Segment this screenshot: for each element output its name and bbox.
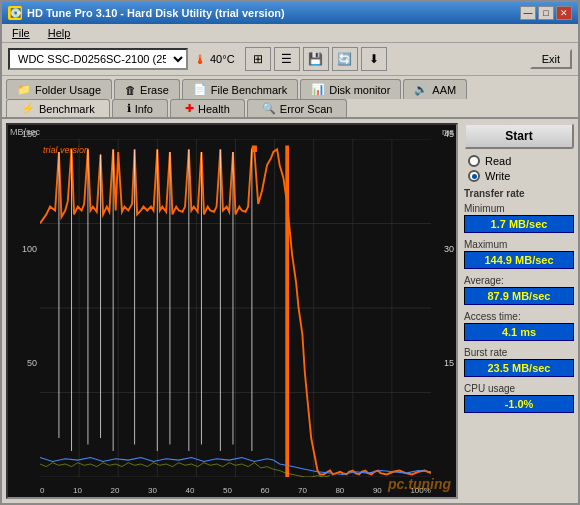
x-label-10: 10 — [73, 486, 82, 495]
main-window: 💽 HD Tune Pro 3.10 - Hard Disk Utility (… — [0, 0, 580, 505]
tab-disk-monitor-label: Disk monitor — [329, 84, 390, 96]
tab-disk-monitor[interactable]: 📊 Disk monitor — [300, 79, 401, 99]
disk-selector[interactable]: WDC SSC-D0256SC-2100 (256 GB) — [8, 48, 188, 70]
watermark: pc.tuning — [388, 476, 451, 492]
content-area: MB/sec ms trial version 150 100 50 45 30… — [2, 119, 578, 503]
transfer-mode-group: Read Write — [464, 155, 574, 182]
folder-icon: 📁 — [17, 83, 31, 96]
benchmark-icon: ⚡ — [21, 102, 35, 115]
toolbar-btn-2[interactable]: ☰ — [274, 47, 300, 71]
chart-ms-labels: 45 30 15 — [444, 125, 454, 477]
stats-section: Transfer rate Minimum 1.7 MB/sec Maximum… — [464, 188, 574, 415]
access-time-group: Access time: 4.1 ms — [464, 311, 574, 341]
burst-rate-value: 23.5 MB/sec — [464, 359, 574, 377]
tab-error-scan[interactable]: 🔍 Error Scan — [247, 99, 348, 117]
menu-file[interactable]: File — [8, 26, 34, 40]
y-label-150: 150 — [8, 129, 40, 139]
access-time-label: Access time: — [464, 311, 574, 322]
chart-area: MB/sec ms trial version 150 100 50 45 30… — [6, 123, 458, 499]
ms-label-30: 30 — [444, 244, 454, 254]
temperature-display: 🌡 40°C — [194, 52, 235, 67]
close-button[interactable]: ✕ — [556, 6, 572, 20]
title-controls: — □ ✕ — [520, 6, 572, 20]
chart-y-labels: 150 100 50 — [8, 125, 40, 477]
tab-info[interactable]: ℹ Info — [112, 99, 168, 117]
toolbar: WDC SSC-D0256SC-2100 (256 GB) 🌡 40°C ⊞ ☰… — [2, 43, 578, 76]
ms-label-45: 45 — [444, 129, 454, 139]
chart-svg — [40, 139, 431, 477]
maximum-group: Maximum 144.9 MB/sec — [464, 239, 574, 269]
error-scan-icon: 🔍 — [262, 102, 276, 115]
toolbar-btn-4[interactable]: 🔄 — [332, 47, 358, 71]
tab-erase-label: Erase — [140, 84, 169, 96]
tab-aam-label: AAM — [432, 84, 456, 96]
tab-health-label: Health — [198, 103, 230, 115]
x-label-0: 0 — [40, 486, 44, 495]
tab-benchmark[interactable]: ⚡ Benchmark — [6, 99, 110, 117]
chart-x-labels: 0 10 20 30 40 50 60 70 80 90 100% — [40, 486, 431, 495]
average-value: 87.9 MB/sec — [464, 287, 574, 305]
average-label: Average: — [464, 275, 574, 286]
tab-error-scan-label: Error Scan — [280, 103, 333, 115]
write-radio-circle — [468, 170, 480, 182]
tab-benchmark-label: Benchmark — [39, 103, 95, 115]
tab-health[interactable]: ✚ Health — [170, 99, 245, 117]
chart-canvas — [40, 139, 431, 477]
aam-icon: 🔊 — [414, 83, 428, 96]
info-icon: ℹ — [127, 102, 131, 115]
tab-aam[interactable]: 🔊 AAM — [403, 79, 467, 99]
tab-file-benchmark-label: File Benchmark — [211, 84, 287, 96]
ms-label-15: 15 — [444, 358, 454, 368]
tab-info-label: Info — [135, 103, 153, 115]
x-label-20: 20 — [111, 486, 120, 495]
tab-folder-usage-label: Folder Usage — [35, 84, 101, 96]
minimize-button[interactable]: — — [520, 6, 536, 20]
x-label-50: 50 — [223, 486, 232, 495]
cpu-usage-label: CPU usage — [464, 383, 574, 394]
toolbar-btn-1[interactable]: ⊞ — [245, 47, 271, 71]
average-group: Average: 87.9 MB/sec — [464, 275, 574, 305]
top-tabs: 📁 Folder Usage 🗑 Erase 📄 File Benchmark … — [2, 76, 578, 99]
x-label-90: 90 — [373, 486, 382, 495]
second-tabs: ⚡ Benchmark ℹ Info ✚ Health 🔍 Error Scan — [2, 99, 578, 119]
x-label-60: 60 — [260, 486, 269, 495]
exit-button[interactable]: Exit — [530, 49, 572, 69]
access-time-value: 4.1 ms — [464, 323, 574, 341]
right-panel: Start Read Write Transfer rate Minimum 1… — [464, 123, 574, 499]
read-radio-circle — [468, 155, 480, 167]
toolbar-icons: ⊞ ☰ 💾 🔄 ⬇ — [245, 47, 387, 71]
health-icon: ✚ — [185, 102, 194, 115]
maximize-button[interactable]: □ — [538, 6, 554, 20]
file-icon: 📄 — [193, 83, 207, 96]
minimum-value: 1.7 MB/sec — [464, 215, 574, 233]
window-title: HD Tune Pro 3.10 - Hard Disk Utility (tr… — [27, 7, 285, 19]
menu-bar: File Help — [2, 24, 578, 43]
cpu-usage-value: -1.0% — [464, 395, 574, 413]
toolbar-btn-3[interactable]: 💾 — [303, 47, 329, 71]
read-radio[interactable]: Read — [468, 155, 574, 167]
write-radio[interactable]: Write — [468, 170, 574, 182]
x-label-80: 80 — [335, 486, 344, 495]
toolbar-btn-5[interactable]: ⬇ — [361, 47, 387, 71]
monitor-icon: 📊 — [311, 83, 325, 96]
start-button[interactable]: Start — [464, 123, 574, 149]
maximum-value: 144.9 MB/sec — [464, 251, 574, 269]
write-label: Write — [485, 170, 510, 182]
burst-rate-label: Burst rate — [464, 347, 574, 358]
x-label-40: 40 — [185, 486, 194, 495]
minimum-label: Minimum — [464, 203, 574, 214]
burst-rate-group: Burst rate 23.5 MB/sec — [464, 347, 574, 377]
app-icon: 💽 — [8, 6, 22, 20]
minimum-group: Minimum 1.7 MB/sec — [464, 203, 574, 233]
tab-file-benchmark[interactable]: 📄 File Benchmark — [182, 79, 298, 99]
x-label-30: 30 — [148, 486, 157, 495]
thermometer-icon: 🌡 — [194, 52, 207, 67]
title-bar-left: 💽 HD Tune Pro 3.10 - Hard Disk Utility (… — [8, 6, 285, 20]
tab-folder-usage[interactable]: 📁 Folder Usage — [6, 79, 112, 99]
tab-erase[interactable]: 🗑 Erase — [114, 79, 180, 99]
temperature-value: 40°C — [210, 53, 235, 65]
title-bar: 💽 HD Tune Pro 3.10 - Hard Disk Utility (… — [2, 2, 578, 24]
read-label: Read — [485, 155, 511, 167]
menu-help[interactable]: Help — [44, 26, 75, 40]
cpu-usage-group: CPU usage -1.0% — [464, 383, 574, 413]
